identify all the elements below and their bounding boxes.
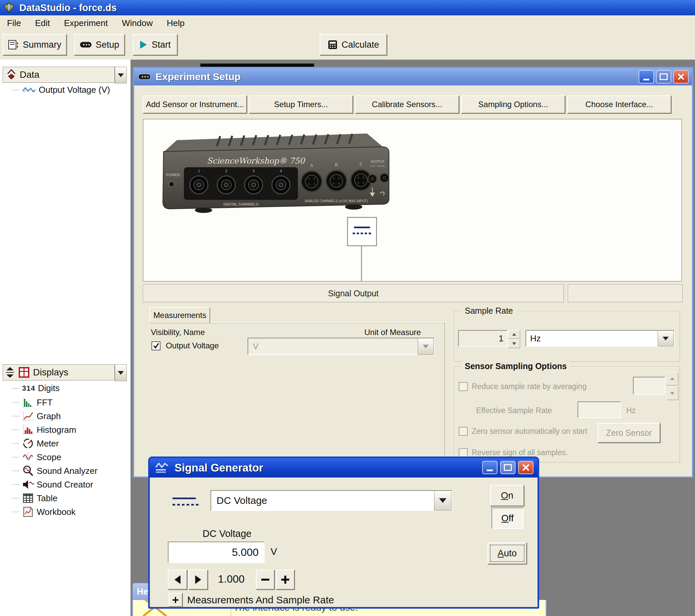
spinner-down-button[interactable] (508, 339, 520, 348)
interface-picture-panel: ScienceWorkshop® 750 POWER 1234 DIGITAL … (143, 119, 682, 282)
start-play-icon (139, 40, 148, 49)
spinner-up-button[interactable] (666, 372, 678, 385)
setup-icon (80, 41, 92, 48)
sample-rate-spinner[interactable] (508, 330, 520, 347)
dropdown-button[interactable] (434, 490, 452, 511)
app-title: DataStudio - force.ds (19, 2, 117, 13)
menu-file[interactable]: File (0, 18, 28, 28)
experiment-setup-titlebar[interactable]: Experiment Setup (134, 68, 692, 85)
reverse-sign-row: Reverse sign of all samples. (459, 448, 568, 457)
menu-experiment[interactable]: Experiment (57, 18, 115, 28)
main-toolbar: Summary Setup Start STOP 00:00.0 (0, 31, 695, 60)
waveform-dropdown[interactable]: DC Voltage (210, 490, 452, 511)
data-item-output-voltage[interactable]: Output Voltage (V) (12, 85, 110, 95)
display-item-workbook[interactable]: Workbook (12, 506, 76, 518)
summary-button[interactable]: Summary (3, 34, 67, 55)
menu-edit[interactable]: Edit (28, 18, 57, 28)
menu-window[interactable]: Window (115, 18, 159, 28)
tree-stub (12, 470, 19, 471)
sampling-options-button[interactable]: Sampling Options... (461, 96, 565, 114)
display-item-sound-creator[interactable]: Sound Creator (12, 479, 93, 490)
display-item-graph[interactable]: Graph (12, 411, 61, 422)
meter-icon (22, 438, 34, 449)
signal-output-connector[interactable] (347, 217, 377, 246)
tree-stub (12, 416, 19, 416)
start-button[interactable]: Start (133, 34, 177, 55)
on-button[interactable]: On (490, 485, 524, 506)
secondary-output-bar[interactable] (568, 284, 683, 302)
averaging-input[interactable] (633, 377, 665, 395)
add-sensor-button[interactable]: Add Sensor or Instrument... (143, 96, 247, 114)
experiment-setup-title: Experiment Setup (155, 71, 241, 82)
start-label: Start (151, 40, 170, 50)
displays-panel-dropdown-button[interactable] (115, 364, 127, 381)
display-item-table[interactable]: Table (12, 493, 57, 504)
reduce-rate-label: Reduce sample rate by averaging (472, 382, 587, 391)
minimize-button[interactable] (639, 70, 654, 83)
effective-rate-input[interactable] (578, 401, 621, 418)
dropdown-button[interactable] (658, 330, 674, 346)
display-item-histogram[interactable]: Histogram (12, 424, 76, 435)
data-panel-dropdown-button[interactable] (115, 67, 127, 83)
off-button[interactable]: Off (491, 507, 524, 529)
increment-button[interactable] (276, 570, 294, 589)
svg-text:1: 1 (198, 169, 200, 173)
dropdown-button[interactable] (418, 338, 434, 355)
close-icon (522, 464, 530, 471)
zero-auto-checkbox[interactable] (459, 427, 468, 436)
unit-dropdown[interactable]: V (248, 338, 435, 355)
sample-rate-unit: Hz (526, 333, 658, 344)
display-item-label: FFT (37, 397, 53, 408)
output-voltage-checkbox[interactable] (151, 342, 160, 350)
maximize-button[interactable] (656, 70, 671, 83)
display-item-label: Table (37, 493, 57, 503)
averaging-spinner[interactable] (666, 372, 678, 399)
close-button[interactable] (518, 461, 533, 474)
calibrate-sensors-button[interactable]: Calibrate Sensors... (355, 96, 459, 114)
step-left-button[interactable] (168, 570, 187, 589)
amplitude-input[interactable]: 5.000 (168, 542, 265, 563)
sampling-options-label: Sampling Options... (478, 100, 548, 109)
decrement-button[interactable] (256, 570, 275, 589)
expand-button[interactable] (169, 593, 183, 607)
sample-rate-unit-dropdown[interactable]: Hz (526, 330, 674, 347)
menu-help[interactable]: Help (160, 18, 191, 28)
setup-button[interactable]: Setup (74, 34, 125, 55)
sample-rate-input[interactable]: 1 (458, 330, 508, 347)
zero-sensor-button[interactable]: Zero Sensor (597, 423, 660, 443)
display-item-scope[interactable]: Scope (12, 451, 62, 463)
maximize-icon (660, 73, 668, 80)
choose-interface-button[interactable]: Choose Interface... (567, 96, 671, 114)
calculate-button[interactable]: Calculate (320, 34, 387, 55)
close-button[interactable] (673, 70, 689, 83)
display-item-sound-analyzer[interactable]: Sound Analyzer (12, 465, 98, 477)
scienceworkshop-750-device[interactable]: ScienceWorkshop® 750 POWER 1234 DIGITAL … (153, 130, 390, 214)
auto-button[interactable]: Auto (488, 542, 527, 564)
scope-icon (22, 451, 34, 463)
tab-measurements[interactable]: Measurements (150, 307, 210, 323)
svg-text:B: B (335, 163, 338, 167)
setup-timers-button[interactable]: Setup Timers... (249, 96, 353, 114)
displays-panel-header[interactable]: Displays (3, 364, 115, 380)
on-label: On (501, 490, 513, 501)
display-item-digits[interactable]: 314 Digits (12, 383, 60, 394)
spinner-up-button[interactable] (508, 330, 520, 339)
display-item-meter[interactable]: Meter (12, 438, 59, 449)
signal-generator-titlebar[interactable]: Signal Generator (150, 458, 538, 478)
reduce-rate-row: Reduce sample rate by averaging (459, 382, 587, 391)
signal-output-bar[interactable]: Signal Output (143, 284, 564, 302)
reverse-sign-checkbox[interactable] (459, 448, 468, 457)
minimize-button[interactable] (482, 461, 497, 474)
panel-divider (444, 322, 445, 475)
signal-generator-title: Signal Generator (174, 462, 263, 474)
calculate-label: Calculate (342, 40, 379, 50)
data-panel-header[interactable]: Data (3, 67, 115, 83)
display-item-fft[interactable]: FFT (12, 397, 53, 408)
spinner-down-button[interactable] (666, 387, 678, 400)
reduce-rate-checkbox[interactable] (459, 382, 468, 391)
svg-text:OUTPUT: OUTPUT (371, 160, 384, 164)
tree-stub (12, 512, 19, 512)
off-label: Off (502, 513, 514, 523)
maximize-button[interactable] (500, 461, 515, 474)
step-right-button[interactable] (188, 570, 208, 589)
